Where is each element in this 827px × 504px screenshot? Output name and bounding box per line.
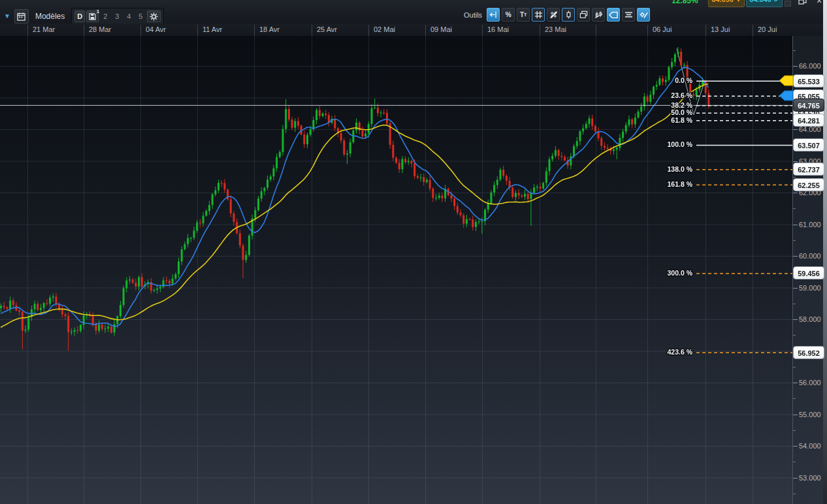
template-slot-3[interactable]: 3 bbox=[112, 10, 122, 22]
chevron-down-icon[interactable]: ▼ bbox=[4, 10, 10, 23]
grid-icon bbox=[534, 10, 543, 19]
change-percent: 12.85% bbox=[672, 0, 698, 6]
period-button[interactable]: D bbox=[74, 10, 85, 22]
pointer-arrow-icon bbox=[489, 10, 498, 19]
fib-price-label-300-0[interactable]: 59.456 bbox=[793, 266, 824, 279]
date-separator bbox=[540, 25, 540, 36]
price-tick bbox=[793, 288, 798, 289]
restore-window-button[interactable] bbox=[796, 0, 809, 7]
date-label: 02 Mai bbox=[374, 25, 395, 33]
price-tick-label: 54.000 bbox=[799, 442, 821, 450]
swoosh-icon bbox=[773, 0, 779, 2]
date-label: 20 Jui bbox=[758, 25, 777, 33]
current-price-label[interactable]: 64.765 bbox=[793, 99, 824, 112]
template-slot-4[interactable]: 4 bbox=[123, 10, 134, 22]
cascade-windows-icon bbox=[579, 10, 588, 19]
align-lines-button[interactable] bbox=[622, 8, 635, 22]
draw-settings-button[interactable] bbox=[637, 8, 650, 22]
price-tick bbox=[793, 415, 798, 415]
price-tick-label: 56.000 bbox=[799, 379, 821, 386]
price-minor-tick bbox=[793, 50, 796, 51]
template-button-group: D 1 2 3 4 5 bbox=[71, 8, 164, 25]
yellow-arrow-marker[interactable] bbox=[779, 75, 794, 86]
price-tick bbox=[793, 383, 798, 383]
price-tick bbox=[793, 129, 798, 130]
date-axis[interactable]: 21 Mar28 Mar04 Avr11 Avr18 Avr25 Avr02 M… bbox=[0, 24, 827, 37]
pointer-arrow-button[interactable] bbox=[487, 8, 500, 22]
price-tick bbox=[793, 193, 798, 193]
gear-pencil-icon bbox=[639, 10, 648, 19]
date-label: 13 Jui bbox=[711, 25, 730, 33]
saved-slot-superscript: 1 bbox=[97, 8, 99, 14]
price-minor-tick bbox=[793, 462, 796, 462]
price-tick bbox=[793, 161, 798, 162]
date-label: 16 Mai bbox=[487, 25, 509, 33]
tools-label: Outils bbox=[464, 11, 482, 19]
text-tool-label-small: T bbox=[524, 12, 527, 17]
candlestick-icon bbox=[564, 10, 573, 19]
tag-callout-icon bbox=[609, 11, 618, 19]
grid-toggle-button[interactable] bbox=[532, 8, 545, 22]
date-separator bbox=[753, 25, 753, 36]
fib-price-label-61-8[interactable]: 64.281 bbox=[793, 114, 824, 127]
candle-line-icon bbox=[594, 10, 603, 19]
cascade-windows-button[interactable] bbox=[577, 8, 590, 22]
date-separator bbox=[596, 25, 596, 36]
price-tick bbox=[793, 225, 798, 225]
date-label: 23 Mai bbox=[545, 25, 566, 33]
blue-arrow-marker[interactable] bbox=[779, 90, 794, 101]
price-chart-canvas[interactable] bbox=[0, 36, 792, 504]
indicator-button[interactable] bbox=[592, 8, 605, 22]
buy-price-button[interactable]: 64.040 bbox=[746, 0, 783, 7]
text-tool-button[interactable]: TT bbox=[517, 8, 530, 22]
sell-price-button[interactable]: 64.050 bbox=[708, 0, 745, 7]
price-minor-tick bbox=[793, 398, 796, 399]
grid-pencil-icon bbox=[549, 10, 558, 19]
price-minor-tick bbox=[793, 335, 796, 336]
date-label: 21 Mar bbox=[33, 25, 55, 33]
down-arrow-icon bbox=[736, 0, 741, 2]
price-minor-tick bbox=[793, 177, 796, 178]
price-tick-label: 59.000 bbox=[799, 284, 821, 292]
save-template-button[interactable]: 1 bbox=[86, 10, 99, 22]
calendar-button[interactable] bbox=[14, 9, 29, 24]
date-separator bbox=[84, 25, 84, 36]
tools-toolbar: Outils % TT bbox=[464, 8, 650, 22]
fib-price-label-0-0[interactable]: 65.533 bbox=[793, 74, 824, 87]
fib-price-label-161-8[interactable]: 62.255 bbox=[793, 178, 824, 191]
date-label: 09 Mai bbox=[430, 25, 452, 33]
candlestick-style-button[interactable] bbox=[562, 8, 575, 22]
models-label: Modèles bbox=[35, 12, 65, 21]
date-separator bbox=[312, 25, 312, 36]
fib-price-label-423-6[interactable]: 56.952 bbox=[793, 346, 824, 359]
fib-price-label-138-0[interactable]: 62.737 bbox=[793, 163, 824, 176]
buy-price-value: 64.040 bbox=[749, 0, 771, 3]
percent-tool-button[interactable]: % bbox=[502, 8, 515, 22]
date-label: 18 Avr bbox=[259, 25, 280, 33]
top-toolbar: ▼ Modèles D 1 2 3 4 5 Outils bbox=[0, 0, 827, 24]
restore-icon bbox=[798, 0, 807, 5]
date-separator bbox=[140, 25, 141, 36]
price-tick bbox=[793, 319, 798, 320]
date-separator bbox=[647, 25, 648, 36]
template-slot-2[interactable]: 2 bbox=[100, 10, 110, 22]
price-minor-tick bbox=[793, 430, 796, 431]
grid-draw-button[interactable] bbox=[547, 8, 560, 22]
fib-price-label-100-0[interactable]: 63.507 bbox=[793, 138, 824, 151]
price-tick bbox=[793, 446, 798, 447]
date-separator bbox=[27, 25, 28, 36]
price-tick-label: 58.000 bbox=[799, 315, 821, 323]
price-minor-tick bbox=[793, 304, 796, 304]
date-label: 11 Avr bbox=[203, 25, 222, 33]
trading-chart-window: ▼ Modèles D 1 2 3 4 5 Outils bbox=[0, 0, 827, 504]
price-minor-tick bbox=[793, 240, 796, 241]
date-separator bbox=[705, 25, 706, 36]
price-minor-tick bbox=[793, 208, 796, 209]
mini-button-stack[interactable] bbox=[785, 0, 791, 7]
date-separator bbox=[197, 25, 198, 36]
settings-button[interactable] bbox=[147, 10, 161, 22]
date-separator bbox=[254, 25, 255, 36]
template-slot-5[interactable]: 5 bbox=[135, 10, 146, 22]
price-tick bbox=[793, 256, 798, 257]
tag-callout-button[interactable] bbox=[607, 8, 620, 22]
